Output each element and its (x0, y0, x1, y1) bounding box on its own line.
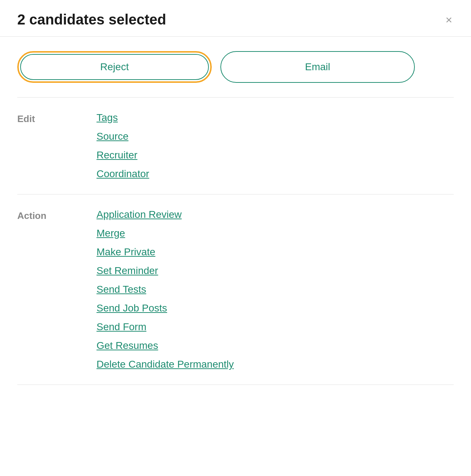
action-buttons: Reject Email (17, 51, 454, 83)
action-get-resumes-link[interactable]: Get Resumes (97, 340, 234, 351)
modal-body: Reject Email Edit Tags Source Recruiter … (0, 37, 471, 399)
edit-section-label: Edit (17, 112, 97, 180)
action-section-label: Action (17, 209, 97, 370)
action-send-tests-link[interactable]: Send Tests (97, 284, 234, 295)
edit-section-links: Tags Source Recruiter Coordinator (97, 112, 149, 180)
reject-button[interactable]: Reject (20, 54, 209, 80)
action-merge-link[interactable]: Merge (97, 228, 234, 239)
action-delete-candidate-link[interactable]: Delete Candidate Permanently (97, 359, 234, 370)
action-section: Action Application Review Merge Make Pri… (17, 194, 454, 385)
email-button[interactable]: Email (220, 51, 415, 83)
action-make-private-link[interactable]: Make Private (97, 246, 234, 258)
modal: 2 candidates selected × Reject Email Edi… (0, 0, 471, 476)
modal-header: 2 candidates selected × (0, 0, 471, 37)
edit-tags-link[interactable]: Tags (97, 112, 149, 124)
edit-source-link[interactable]: Source (97, 131, 149, 142)
action-application-review-link[interactable]: Application Review (97, 209, 234, 220)
action-section-links: Application Review Merge Make Private Se… (97, 209, 234, 370)
reject-button-wrapper: Reject (17, 51, 212, 83)
action-send-job-posts-link[interactable]: Send Job Posts (97, 302, 234, 314)
edit-section: Edit Tags Source Recruiter Coordinator (17, 98, 454, 194)
modal-title: 2 candidates selected (17, 12, 166, 28)
edit-recruiter-link[interactable]: Recruiter (97, 149, 149, 161)
action-send-form-link[interactable]: Send Form (97, 321, 234, 333)
close-button[interactable]: × (444, 13, 454, 27)
edit-coordinator-link[interactable]: Coordinator (97, 168, 149, 180)
action-set-reminder-link[interactable]: Set Reminder (97, 265, 234, 277)
